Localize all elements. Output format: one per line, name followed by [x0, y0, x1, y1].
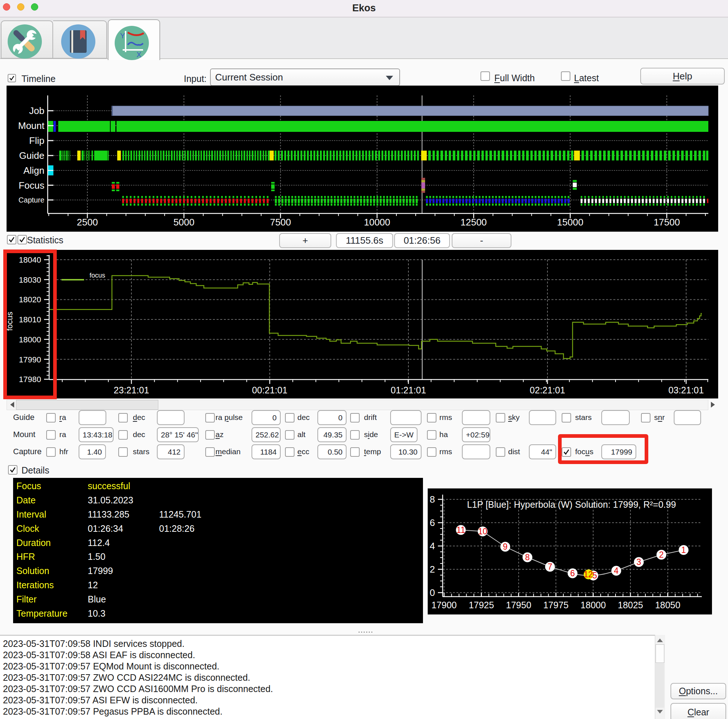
svg-text:17950: 17950	[506, 600, 531, 610]
svg-text:5: 5	[593, 571, 597, 580]
svg-text:18000: 18000	[581, 600, 606, 610]
svg-text:6: 6	[570, 569, 575, 578]
svg-text:Flip: Flip	[29, 135, 44, 146]
svg-text:2500: 2500	[77, 217, 98, 228]
svg-text:10000: 10000	[364, 217, 390, 228]
svg-text:Align: Align	[23, 165, 44, 176]
svg-text:8: 8	[430, 494, 435, 505]
svg-text:4: 4	[614, 566, 619, 575]
svg-text:00:21:01: 00:21:01	[252, 385, 287, 395]
svg-text:X: X	[136, 51, 141, 59]
svg-text:6: 6	[430, 517, 435, 528]
svg-text:17500: 17500	[654, 217, 680, 228]
svg-text:17925: 17925	[469, 600, 494, 610]
svg-text:Y: Y	[120, 32, 125, 40]
svg-text:3: 3	[637, 557, 641, 567]
svg-text:9: 9	[503, 542, 508, 552]
svg-text:15000: 15000	[557, 217, 583, 228]
svg-text:Capture: Capture	[18, 196, 44, 204]
svg-text:Mount: Mount	[18, 120, 45, 131]
svg-text:01:21:01: 01:21:01	[391, 385, 426, 395]
svg-text:7: 7	[548, 562, 552, 572]
svg-text:12: 12	[583, 570, 593, 579]
svg-text:03:21:01: 03:21:01	[668, 385, 704, 395]
svg-text:10: 10	[478, 527, 487, 536]
svg-text:focus: focus	[90, 272, 105, 279]
svg-text:17900: 17900	[431, 600, 457, 610]
svg-text:4: 4	[430, 541, 435, 552]
svg-text:0: 0	[430, 587, 435, 598]
svg-text:7500: 7500	[270, 217, 291, 228]
svg-text:Job: Job	[29, 105, 44, 116]
svg-text:8: 8	[525, 553, 530, 562]
svg-text:L1P [Blue]: Hyperbola (W) Solu: L1P [Blue]: Hyperbola (W) Solution: 1799…	[467, 499, 676, 510]
svg-text:Focus: Focus	[18, 180, 44, 191]
svg-text:2: 2	[430, 564, 435, 575]
svg-text:Guide: Guide	[19, 150, 44, 161]
svg-text:02:21:01: 02:21:01	[530, 385, 565, 395]
svg-text:12500: 12500	[460, 217, 487, 228]
svg-text:5000: 5000	[173, 217, 194, 228]
svg-text:11: 11	[456, 525, 465, 535]
svg-text:2: 2	[659, 550, 664, 560]
svg-text:17975: 17975	[543, 600, 569, 610]
svg-text:23:21:01: 23:21:01	[113, 385, 149, 395]
svg-text:18050: 18050	[655, 600, 681, 610]
svg-text:1: 1	[681, 545, 686, 555]
svg-text:18025: 18025	[618, 600, 643, 610]
